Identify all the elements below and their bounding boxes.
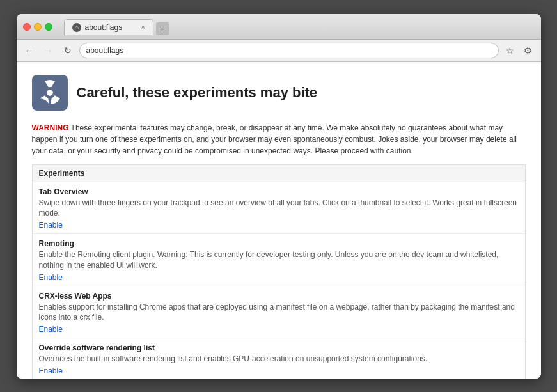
experiment-name: Override software rendering list [39,343,519,352]
experiment-enable-link[interactable]: Enable [39,273,63,282]
traffic-lights [23,23,52,31]
tab-favicon: ⚠ [72,23,81,32]
nav-actions: ☆ ⚙ [503,43,536,58]
experiment-enable-link[interactable]: Enable [39,221,63,230]
title-bar-top: ⚠ about:flags × + [23,19,535,35]
new-tab-button[interactable]: + [156,22,169,35]
maximize-button[interactable] [45,23,52,31]
experiments-table: Experiments Tab OverviewSwipe down with … [32,164,526,379]
experiment-name: Remoting [39,239,519,248]
active-tab[interactable]: ⚠ about:flags × [64,19,153,35]
back-button[interactable]: ← [22,43,37,58]
experiment-row: RemotingEnable the Remoting client plugi… [33,234,525,286]
experiment-name: Tab Overview [39,187,519,196]
bookmark-button[interactable]: ☆ [503,43,518,58]
address-bar[interactable] [79,43,499,58]
tab-close-button[interactable]: × [141,24,145,31]
experiment-name: CRX-less Web Apps [39,292,519,301]
minimize-button[interactable] [34,23,42,31]
forward-button[interactable]: → [41,43,56,58]
page-title: Careful, these experiments may bite [77,84,318,101]
title-bar: ⚠ about:flags × + [17,14,541,40]
warning-paragraph: WARNING These experimental features may … [32,122,526,157]
experiment-row: Override software rendering listOverride… [33,338,525,378]
experiment-description: Overrides the built-in software renderin… [39,354,519,365]
experiment-description: Swipe down with three fingers on your tr… [39,198,519,219]
radiation-icon [32,75,68,111]
experiment-enable-link[interactable]: Enable [39,366,63,375]
tab-bar: ⚠ about:flags × + [64,19,169,35]
settings-button[interactable]: ⚙ [521,43,536,58]
experiment-description: Enables support for installing Chrome ap… [39,302,519,324]
tab-label: about:flags [85,23,123,32]
close-button[interactable] [23,23,31,31]
experiment-row: Tab OverviewSwipe down with three finger… [33,182,525,235]
experiment-row: CRX-less Web AppsEnables support for ins… [33,286,525,339]
experiment-enable-link[interactable]: Enable [39,325,63,334]
svg-point-1 [47,90,53,96]
experiment-rows-container: Tab OverviewSwipe down with three finger… [33,182,525,379]
experiments-header: Experiments [33,165,525,182]
experiment-description: Enable the Remoting client plugin. Warni… [39,249,519,271]
warning-label: WARNING [32,123,69,132]
browser-window: ⚠ about:flags × + ← → ↻ ☆ ⚙ [17,14,541,379]
nav-bar: ← → ↻ ☆ ⚙ [17,40,541,62]
page-header: Careful, these experiments may bite [32,75,526,111]
content-area: Careful, these experiments may bite WARN… [17,62,541,379]
warning-body: These experimental features may change, … [32,123,517,155]
reload-button[interactable]: ↻ [60,43,75,58]
